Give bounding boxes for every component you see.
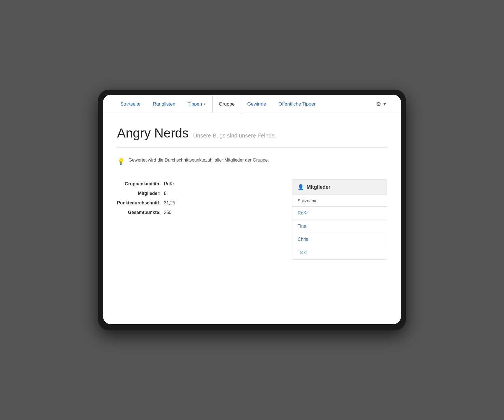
nav-ranglisten[interactable]: Ranglisten	[147, 95, 181, 114]
nav-gear-menu[interactable]: ⚙ ▼	[373, 95, 390, 114]
stat-value-gesamtpunkte: 250	[164, 208, 175, 217]
stat-row-mitglieder: Mitglieder: 8	[117, 189, 175, 198]
stat-label-durchschnitt: Punktedurchschnitt:	[117, 198, 164, 208]
stat-label-gesamtpunkte: Gesamtpunkte:	[117, 208, 164, 217]
stat-value-mitglieder: 8	[164, 189, 175, 198]
page-title: Angry Nerds	[117, 125, 189, 141]
member-row-ticki[interactable]: Ticki	[292, 246, 387, 259]
user-icon: 👤	[298, 184, 304, 190]
nav-bar: Startseite Ranglisten Tippen ▼ Gruppe Ge…	[103, 95, 401, 114]
stat-label-kapitaen: Gruppenkapitän:	[117, 179, 164, 189]
info-text: Gewertet wird die Durchschnittspunktezah…	[129, 158, 269, 163]
device-frame: Startseite Ranglisten Tippen ▼ Gruppe Ge…	[98, 90, 406, 330]
lightbulb-icon: 💡	[117, 158, 125, 165]
nav-gruppe[interactable]: Gruppe	[212, 96, 241, 113]
content-area: Gruppenkapitän: RoKr Mitglieder: 8 Punkt…	[117, 179, 387, 260]
nav-gewinne[interactable]: Gewinne	[241, 95, 272, 114]
stat-row-durchschnitt: Punktedurchschnitt: 31,25	[117, 198, 175, 208]
header-divider	[117, 147, 387, 148]
gear-icon: ⚙	[376, 101, 381, 108]
stat-row-kapitaen: Gruppenkapitän: RoKr	[117, 179, 175, 189]
page-header: Angry Nerds Unsere Bugs sind unsere Fein…	[117, 125, 387, 141]
members-panel-header: 👤 Mitglieder	[292, 179, 387, 195]
stats-table: Gruppenkapitän: RoKr Mitglieder: 8 Punkt…	[117, 179, 175, 217]
nav-oeffentliche-tipper[interactable]: Öffentliche Tipper	[272, 95, 322, 114]
members-panel: 👤 Mitglieder Spitzname RoKr Tina Chris T…	[292, 179, 387, 260]
device-screen: Startseite Ranglisten Tippen ▼ Gruppe Ge…	[103, 95, 401, 324]
stats-section: Gruppenkapitän: RoKr Mitglieder: 8 Punkt…	[117, 179, 292, 217]
members-header-label: Mitglieder	[307, 184, 330, 190]
page-subtitle: Unsere Bugs sind unsere Feinde.	[193, 132, 276, 139]
member-row-rokr[interactable]: RoKr	[292, 207, 387, 220]
gear-dropdown-arrow: ▼	[382, 101, 387, 107]
main-content: Angry Nerds Unsere Bugs sind unsere Fein…	[103, 114, 401, 271]
nav-tippen[interactable]: Tippen ▼	[181, 95, 212, 114]
info-box: 💡 Gewertet wird die Durchschnittspunktez…	[117, 158, 387, 165]
stat-value-durchschnitt: 31,25	[164, 198, 175, 208]
stat-row-gesamtpunkte: Gesamtpunkte: 250	[117, 208, 175, 217]
tippen-dropdown-arrow: ▼	[203, 102, 206, 106]
member-row-tina[interactable]: Tina	[292, 220, 387, 233]
member-row-chris[interactable]: Chris	[292, 233, 387, 246]
nav-startseite[interactable]: Startseite	[114, 95, 147, 114]
members-col-header: Spitzname	[292, 195, 387, 207]
stat-label-mitglieder: Mitglieder:	[117, 189, 164, 198]
stat-value-kapitaen: RoKr	[164, 179, 175, 189]
